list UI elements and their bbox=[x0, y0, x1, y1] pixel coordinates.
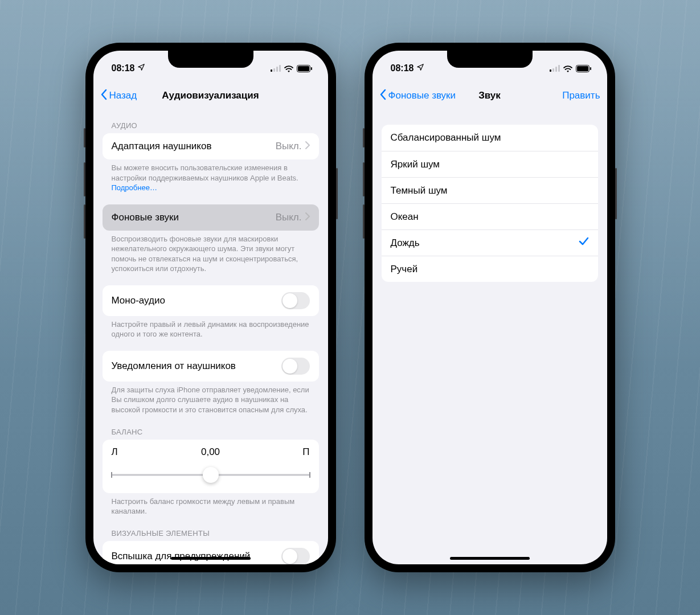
footer-balance: Настроить баланс громкости между левым и… bbox=[103, 493, 319, 516]
nav-bar: Фоновые звуки Звук Править bbox=[372, 83, 607, 109]
nav-bar: Назад Аудиовизуализация bbox=[93, 83, 328, 109]
mute-switch bbox=[84, 128, 85, 147]
cell-value: Выкл. bbox=[276, 141, 302, 152]
settings-content[interactable]: АУДИО Адаптация наушников Выкл. Вы может… bbox=[93, 109, 328, 564]
chevron-left-icon bbox=[100, 89, 107, 103]
page-title: Аудиовизуализация bbox=[162, 90, 259, 101]
cell-label: Темный шум bbox=[391, 185, 589, 196]
phone-left: 08:18 На bbox=[85, 43, 336, 572]
svg-rect-7 bbox=[550, 69, 551, 72]
cell-label: Океан bbox=[391, 211, 589, 223]
balance-slider[interactable] bbox=[112, 467, 310, 483]
sound-item[interactable]: Океан bbox=[382, 203, 598, 229]
cell-value: Выкл. bbox=[276, 212, 302, 223]
back-label: Фоновые звуки bbox=[388, 90, 456, 101]
row-headphone-adaptation[interactable]: Адаптация наушников Выкл. bbox=[103, 133, 319, 159]
toggle-headphone-notifications[interactable] bbox=[281, 358, 310, 375]
sound-item[interactable]: Дождь bbox=[382, 229, 598, 256]
cell-label: Дождь bbox=[391, 237, 579, 249]
cell-label: Вспышка для предупреждений bbox=[112, 551, 281, 562]
mute-switch bbox=[363, 128, 365, 147]
chevron-right-icon bbox=[305, 141, 310, 152]
back-button[interactable]: Фоновые звуки bbox=[379, 89, 456, 103]
row-headphone-notifications[interactable]: Уведомления от наушников bbox=[103, 351, 319, 382]
balance-left-label: Л bbox=[112, 446, 118, 458]
svg-rect-5 bbox=[298, 66, 309, 71]
balance-value: 0,00 bbox=[201, 446, 220, 458]
row-flash-alerts[interactable]: Вспышка для предупреждений bbox=[103, 541, 319, 564]
status-time: 08:18 bbox=[112, 63, 135, 73]
toggle-flash-alerts[interactable] bbox=[281, 548, 310, 564]
svg-rect-13 bbox=[590, 67, 591, 70]
volume-up bbox=[363, 162, 365, 196]
footer-notif: Для защиты слуха iPhone отправляет уведо… bbox=[103, 382, 319, 415]
cell-label: Яркий шум bbox=[391, 159, 589, 170]
cell-signal-icon bbox=[550, 65, 560, 72]
svg-rect-9 bbox=[555, 67, 557, 72]
svg-rect-3 bbox=[279, 65, 281, 72]
cell-label: Фоновые звуки bbox=[112, 212, 276, 223]
balance-right-label: П bbox=[302, 446, 309, 458]
section-header-visual: ВИЗУАЛЬНЫЕ ЭЛЕМЕНТЫ bbox=[103, 516, 319, 541]
home-indicator[interactable] bbox=[450, 557, 530, 560]
volume-down bbox=[363, 204, 365, 239]
back-button[interactable]: Назад bbox=[100, 89, 137, 103]
wifi-icon bbox=[563, 65, 573, 72]
edit-button[interactable]: Править bbox=[562, 90, 600, 101]
footer-bg-sounds: Воспроизводить фоновые звуки для маскиро… bbox=[103, 231, 319, 274]
chevron-left-icon bbox=[379, 89, 386, 103]
sound-item[interactable]: Сбалансированный шум bbox=[382, 125, 598, 151]
back-label: Назад bbox=[109, 90, 137, 101]
cell-label: Адаптация наушников bbox=[112, 141, 276, 152]
phone-right: 08:18 Фо bbox=[365, 43, 615, 572]
battery-icon bbox=[297, 65, 312, 72]
section-header-audio: АУДИО bbox=[103, 109, 319, 133]
volume-down bbox=[84, 204, 85, 239]
svg-rect-2 bbox=[276, 67, 278, 72]
volume-up bbox=[84, 162, 85, 196]
sound-item[interactable]: Темный шум bbox=[382, 177, 598, 203]
power-button bbox=[336, 168, 338, 219]
footer-headphone: Вы можете вносить пользовательские измен… bbox=[103, 159, 319, 193]
svg-rect-0 bbox=[271, 69, 272, 72]
sound-item[interactable]: Ручей bbox=[382, 256, 598, 282]
toggle-mono-audio[interactable] bbox=[281, 292, 310, 309]
location-icon bbox=[416, 63, 424, 73]
row-background-sounds[interactable]: Фоновые звуки Выкл. bbox=[103, 204, 319, 231]
section-header-balance: БАЛАНС bbox=[103, 415, 319, 440]
cell-label: Уведомления от наушников bbox=[112, 360, 281, 372]
svg-rect-8 bbox=[552, 68, 554, 72]
wifi-icon bbox=[284, 65, 294, 72]
cell-label: Ручей bbox=[391, 264, 589, 275]
location-icon bbox=[137, 63, 145, 73]
power-button bbox=[615, 168, 617, 219]
page-title: Звук bbox=[478, 90, 501, 101]
battery-icon bbox=[576, 65, 591, 72]
svg-rect-1 bbox=[273, 68, 275, 72]
cell-signal-icon bbox=[271, 65, 281, 72]
svg-rect-12 bbox=[577, 66, 588, 71]
svg-rect-10 bbox=[558, 65, 560, 72]
learn-more-link[interactable]: Подробнее… bbox=[112, 183, 157, 192]
cell-label: Моно-аудио bbox=[112, 295, 281, 306]
cell-label: Сбалансированный шум bbox=[391, 132, 589, 144]
chevron-right-icon bbox=[305, 212, 310, 223]
balance-card: Л 0,00 П bbox=[103, 440, 319, 493]
sound-list-content[interactable]: Сбалансированный шумЯркий шумТемный шумО… bbox=[372, 109, 607, 564]
home-indicator[interactable] bbox=[171, 557, 251, 560]
footer-mono: Настройте правый и левый динамик на восп… bbox=[103, 316, 319, 339]
sound-item[interactable]: Яркий шум bbox=[382, 151, 598, 177]
row-mono-audio[interactable]: Моно-аудио bbox=[103, 285, 319, 316]
svg-rect-6 bbox=[311, 67, 312, 70]
checkmark-icon bbox=[579, 237, 589, 249]
notch bbox=[168, 51, 253, 68]
status-time: 08:18 bbox=[391, 63, 414, 73]
notch bbox=[447, 51, 533, 68]
